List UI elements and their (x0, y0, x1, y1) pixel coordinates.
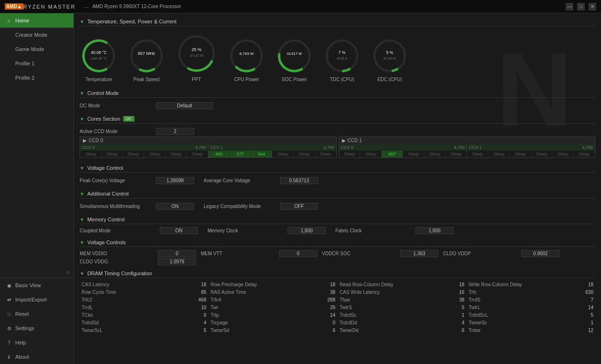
sidebar-item-reset[interactable]: □ Reset (0, 307, 73, 321)
memory-collapse-btn[interactable]: ▼ (80, 217, 84, 222)
sidebar-item-help[interactable]: ? Help (0, 335, 73, 350)
core-cell: Sleep (531, 151, 553, 157)
timing-label: TwrwrDd (340, 328, 448, 333)
creator-icon (6, 31, 12, 38)
timing-value: 7 (577, 297, 593, 302)
ccd1-ccx0-cores: Sleep Sleep 657 Sleep Sleep Sleep (339, 151, 467, 157)
cldo-vddp-value: 0.9002 (521, 250, 560, 257)
sidebar-item-settings[interactable]: ⚙ Settings (0, 321, 73, 335)
dram-section-content: CAS Latency 18 Row Precharge Delay 18 Re… (80, 280, 595, 335)
timing-label: Trtp (211, 312, 319, 318)
vcont-collapse-btn[interactable]: ▼ (80, 240, 84, 245)
cores-collapse-btn[interactable]: ▼ (80, 116, 84, 122)
oc-badge: OC (123, 116, 135, 122)
vcont-row1: MEM VDDIO 0 MEM VTT 0 VDDCR SOC 1.363 CL… (80, 250, 595, 257)
svg-point-5 (127, 37, 166, 75)
timing-item: TrrdL 10 (80, 304, 208, 311)
smt-value: ON (156, 203, 194, 210)
sidebar-item-basic[interactable]: ◉ Basic View (0, 278, 73, 292)
timing-value: 16 (448, 290, 465, 295)
timing-value: 85 (190, 290, 207, 295)
oc-mode-row: OC Mode Default (80, 101, 595, 111)
timing-item: TrdrdSd 4 (80, 319, 208, 326)
tdc-cpu-gauge-svg: 7 % of 95 A (323, 37, 361, 75)
svg-point-1 (80, 37, 118, 75)
svg-text:of 140 A: of 140 A (383, 57, 396, 60)
vddcr-soc-label: VDDCR SOC (322, 251, 398, 256)
sidebar-item-import[interactable]: ⇄ Import/Export (0, 292, 73, 307)
timing-item: TrdrdScL 5 (467, 312, 596, 319)
sidebar-item-home[interactable]: ⌂ Home (0, 13, 73, 28)
additional-control-title: Additional Control (87, 191, 129, 197)
timing-value: 0 (190, 312, 207, 318)
profile2-icon (6, 74, 12, 81)
sidebar-item-label: Profile 1 (15, 61, 34, 66)
sidebar-item-game[interactable]: Game Mode (0, 42, 73, 56)
close-button[interactable]: ✕ (589, 3, 596, 10)
timing-label: TwtrS (340, 305, 448, 310)
coupled-value: ON (160, 227, 198, 234)
collapse-sidebar-btn[interactable]: « (66, 268, 70, 276)
sidebar-item-profile2[interactable]: Profile 2 (0, 71, 73, 85)
sidebar-item-label: Game Mode (15, 46, 44, 52)
additional-collapse-btn[interactable]: ▼ (80, 191, 84, 197)
ppt-gauge: 25 % of 142 W PPT (175, 32, 218, 82)
voltage-control-header: ▼ Voltage Control (80, 164, 595, 173)
ccd0-ccx0: CCX 0 4,700 Sleep Sleep Sleep Sleep Slee… (80, 144, 208, 157)
dram-section-header: ▼ DRAM Timing Configuration (80, 269, 595, 278)
peak-speed-label: Peak Speed (134, 77, 160, 82)
core-cell: 544 (251, 151, 272, 157)
additional-control-section: ▼ Additional Control Simultaneous Multit… (80, 189, 595, 212)
core-cell: Sleep (187, 151, 208, 157)
core-cell: Sleep (467, 151, 488, 157)
edc-cpu-gauge: 5 % of 140 A EDC (CPU) (371, 37, 409, 82)
svg-point-22 (371, 37, 409, 75)
soc-power-gauge-svg: 16.817 W (275, 37, 313, 75)
edc-cpu-gauge-svg: 5 % of 140 A (371, 37, 409, 75)
avg-voltage-label: Average Core Voltage (204, 178, 280, 183)
core-cell: Sleep (488, 151, 510, 157)
timing-label: Trfc4 (211, 297, 319, 302)
fabric-label: Fabric Clock (335, 228, 412, 233)
sidebar-item-about[interactable]: ℹ About (0, 350, 73, 364)
import-export-icon: ⇄ (6, 296, 12, 303)
fabric-clock-item: Fabric Clock 1,800 (335, 227, 454, 234)
sidebar-item-creator[interactable]: Creator Mode (0, 28, 73, 42)
temperature-section-title: Temperature, Speed, Power & Current (87, 19, 176, 24)
voltage-collapse-btn[interactable]: ▼ (80, 166, 84, 171)
ccd1-ccx0-header: CCX 0 4,700 (339, 144, 467, 151)
ccd-container: ▶ CCD 0 CCX 0 4,700 Sleep (80, 136, 595, 158)
game-icon (6, 46, 12, 52)
dram-collapse-btn[interactable]: ▼ (80, 271, 84, 276)
timing-label: Row Precharge Delay (211, 282, 319, 287)
coupled-mode-item: Coupled Mode ON (80, 227, 198, 234)
control-collapse-btn[interactable]: ▼ (80, 91, 84, 96)
maximize-button[interactable]: □ (577, 3, 585, 10)
temp-collapse-btn[interactable]: ▼ (80, 19, 84, 24)
cpu-power-label: CPU Power (234, 77, 259, 82)
ccd1-ccx1-label: CCX 1 (469, 145, 482, 150)
timing-label: CAS Latency (82, 282, 190, 287)
control-mode-section: ▼ Control Mode OC Mode Default (80, 89, 595, 112)
timing-item: TCke 0 (80, 312, 208, 319)
sidebar-item-profile1[interactable]: Profile 1 (0, 56, 73, 71)
oc-mode-value: Default (156, 102, 213, 109)
timing-item: TwtrL 14 (467, 304, 596, 311)
timing-value: 10 (190, 305, 207, 310)
minimize-button[interactable]: — (566, 3, 573, 10)
timing-value: 12 (577, 328, 593, 333)
cores-section-content: Active CCD Mode 2 ▶ CCD 0 (80, 125, 595, 161)
temperature-gauge: 40.08 °C Limit 95 °C Temperature (80, 37, 118, 82)
mem-vddio-label: MEM VDDIO (80, 251, 156, 256)
ccd1-block: ▶ CCD 1 CCX 0 4,700 Sleep (339, 136, 596, 158)
ccd1-ccx1-header: CCX 1 4,700 (467, 144, 595, 151)
peak-speed-gauge: 657 MHz Peak Speed (127, 37, 166, 82)
svg-text:7 %: 7 % (339, 50, 346, 55)
ccd0-label: CCD 0 (89, 138, 103, 143)
svg-text:of 95 A: of 95 A (337, 57, 347, 60)
coupled-label: Coupled Mode (80, 228, 156, 233)
timing-label: TwrwrScL (82, 328, 190, 333)
additional-control-content: Simultaneous Multithreading ON Legacy Co… (80, 200, 595, 212)
voltage-control-section: ▼ Voltage Control Peak Core(s) Voltage 1… (80, 164, 595, 187)
avg-voltage-row: Average Core Voltage 0.563713 (204, 176, 318, 186)
